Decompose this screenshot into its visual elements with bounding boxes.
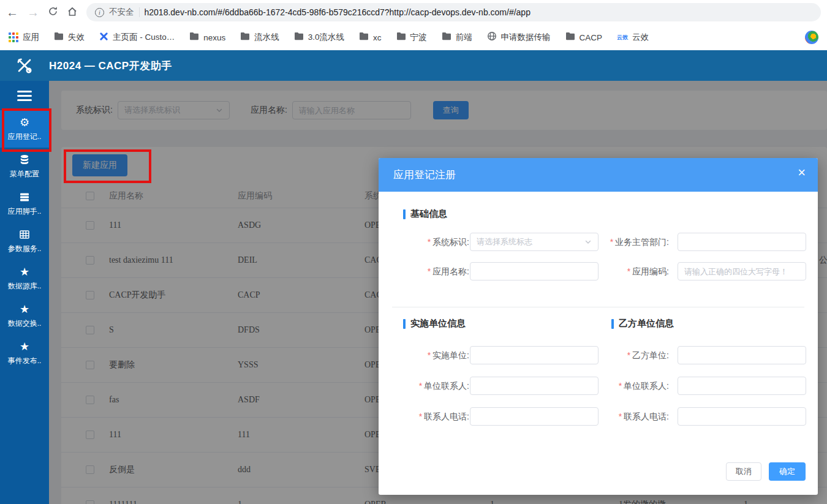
bookmark-item[interactable]: xc [359, 32, 382, 43]
bookmarks-bar: 应用 失效 主页面 - Custo… nexus 流水线 3.0流水线 xc [0, 24, 827, 50]
url-bar[interactable]: i 不安全 h2018.dev-nb.com/#/6ddba66b-1672-4… [86, 3, 821, 21]
section-divider [392, 307, 804, 307]
bookmark-item[interactable]: nexus [189, 32, 225, 43]
apps-grid-icon [9, 32, 18, 42]
reload-icon[interactable] [48, 6, 58, 18]
star-icon: ★ [20, 266, 29, 278]
bookmark-item[interactable]: 前端 [442, 32, 472, 43]
section-bar [611, 319, 614, 329]
folder-icon [565, 32, 575, 43]
folder-icon [396, 32, 406, 43]
forward-icon[interactable]: → [27, 6, 39, 18]
home-icon[interactable] [67, 6, 78, 19]
app-header: H2024 — CACP开发助手 [0, 50, 827, 81]
bookmark-label: CACP [580, 33, 603, 42]
party-b-phone-label: *联系人电话: [562, 407, 669, 426]
bookmark-label: nexus [203, 33, 225, 42]
dept-input[interactable] [678, 233, 806, 251]
party-b-contact-label: *单位联系人: [562, 377, 669, 395]
dept-label: *业务主管部门: [562, 233, 669, 251]
yunxiao-icon: 云效 [617, 34, 628, 42]
impl-phone-label: *联系人电话: [391, 407, 469, 426]
dialog-header: 应用登记注册 × [379, 158, 818, 192]
bookmark-item[interactable]: 3.0流水线 [294, 32, 344, 43]
bookmark-item[interactable]: 流水线 [240, 32, 279, 43]
bookmark-label: xc [373, 33, 382, 42]
blue-x-icon [99, 32, 108, 43]
browser-toolbar: ← → i 不安全 h2018.dev-nb.com/#/6ddba66b-16… [0, 0, 827, 24]
party-b-contact-input[interactable] [678, 377, 806, 395]
sidebar-item-menu-config[interactable]: 菜单配置 [0, 148, 49, 185]
party-b-unit-input[interactable] [678, 346, 806, 364]
bookmark-item[interactable]: 宁波 [396, 32, 427, 43]
back-icon[interactable]: ← [6, 6, 18, 18]
select-placeholder: 请选择系统标志 [477, 236, 532, 247]
cancel-button[interactable]: 取消 [726, 462, 761, 481]
info-icon[interactable]: i [95, 8, 104, 17]
impl-contact-label: *单位联系人: [391, 377, 469, 395]
close-icon[interactable]: × [798, 166, 806, 179]
database-icon [19, 154, 30, 166]
url-text: h2018.dev-nb.com/#/6ddba66b-1672-4cd5-98… [145, 7, 531, 17]
bookmark-item[interactable]: 主页面 - Custo… [99, 32, 175, 43]
bookmark-label: 宁波 [410, 32, 427, 43]
folder-icon [359, 32, 369, 43]
bookmark-item[interactable]: 申请数据传输 [487, 31, 551, 43]
folder-icon [189, 32, 199, 43]
folder-icon [240, 32, 250, 43]
folder-icon [294, 32, 304, 43]
bookmark-label: 前端 [456, 32, 472, 43]
bookmark-yunxiao[interactable]: 云效 云效 [617, 32, 649, 43]
bookmark-label: 主页面 - Custo… [113, 32, 175, 43]
section-title: 实施单位信息 [410, 318, 466, 329]
page-title: H2024 — CACP开发助手 [49, 59, 172, 73]
sidebar-item-label: 数据源库.. [8, 281, 42, 291]
bookmark-label: 3.0流水线 [308, 32, 344, 43]
system-id-label: *系统标识: [391, 233, 469, 251]
impl-unit-label: *实施单位: [391, 346, 469, 364]
section-bar [403, 209, 406, 219]
sidebar-item-data-exchange[interactable]: ★ 数据交换.. [0, 297, 49, 334]
profile-avatar-icon[interactable] [805, 31, 818, 44]
section-party-b-unit: 乙方单位信息 [611, 318, 674, 329]
sidebar-item-label: 参数服务.. [8, 244, 42, 254]
bookmark-item[interactable]: 失效 [54, 32, 85, 43]
folder-icon [54, 32, 64, 43]
table-icon [19, 228, 30, 241]
bookmark-label: 云效 [632, 32, 649, 43]
url-separator [139, 7, 140, 17]
app-code-input[interactable] [678, 262, 806, 280]
section-title: 基础信息 [410, 208, 447, 220]
folder-icon [442, 32, 451, 43]
sidebar-item-event-publish[interactable]: ★ 事件发布.. [0, 334, 49, 372]
globe-icon [487, 31, 497, 43]
bookmark-label: 失效 [68, 32, 85, 43]
section-title: 乙方单位信息 [619, 318, 674, 329]
sidebar-item-label: 应用脚手.. [8, 206, 42, 217]
section-implement-unit: 实施单位信息 [403, 318, 466, 329]
annotation-box-new-app [64, 149, 151, 183]
sidebar-item-app-scaffold[interactable]: 应用脚手.. [0, 185, 49, 222]
screen: ← → i 不安全 h2018.dev-nb.com/#/6ddba66b-16… [0, 0, 827, 504]
star-icon: ★ [20, 303, 29, 315]
sidebar-item-param-service[interactable]: 参数服务.. [0, 222, 49, 260]
party-b-unit-label: *乙方单位: [562, 346, 669, 364]
app-name-label: *应用名称: [391, 262, 469, 280]
bookmark-item[interactable]: CACP [565, 32, 603, 43]
bookmark-label: 流水线 [254, 32, 279, 43]
star-icon: ★ [20, 340, 29, 353]
server-icon [19, 191, 30, 203]
bookmark-label: 应用 [23, 32, 39, 43]
hamburger-menu-icon[interactable] [0, 81, 49, 110]
sidebar-item-label: 数据交换.. [8, 318, 42, 329]
dialog-title: 应用登记注册 [393, 168, 456, 182]
annotation-box-sidebar [2, 108, 51, 152]
party-b-phone-input[interactable] [678, 407, 806, 426]
app-register-dialog: 应用登记注册 × 基础信息 *系统标识: 请选择系统标志 *业务主管部门: *应… [379, 158, 818, 495]
bookmark-label: 申请数据传输 [501, 32, 551, 43]
bookmark-apps[interactable]: 应用 [9, 32, 39, 43]
confirm-button[interactable]: 确定 [769, 462, 806, 481]
app-logo-icon [0, 55, 49, 76]
sidebar-item-datasource[interactable]: ★ 数据源库.. [0, 260, 49, 297]
sidebar-item-label: 菜单配置 [10, 169, 39, 179]
